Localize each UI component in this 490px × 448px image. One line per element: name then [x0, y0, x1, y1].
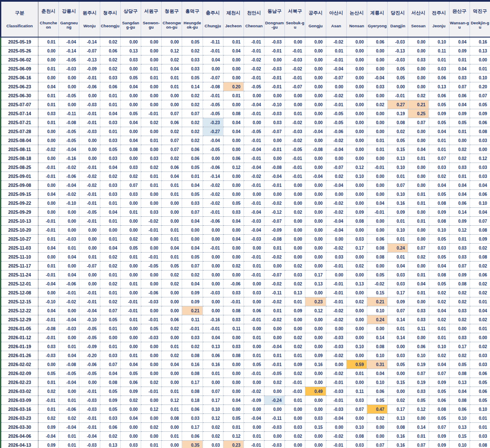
value-cell[interactable]: -0.01 [79, 190, 100, 199]
value-cell[interactable]: 0.00 [203, 378, 223, 387]
value-cell[interactable]: -0.14 [79, 37, 100, 47]
value-cell[interactable]: 0.12 [162, 47, 182, 55]
value-cell[interactable]: 0.24 [388, 244, 408, 253]
value-cell[interactable]: -0.03 [326, 405, 346, 414]
value-cell[interactable]: 0.06 [449, 405, 470, 414]
value-cell[interactable]: 0.15 [449, 432, 470, 441]
value-cell[interactable]: 0.00 [346, 91, 367, 100]
value-cell[interactable]: 0.59 [346, 360, 367, 369]
value-cell[interactable]: -0.01 [120, 297, 141, 306]
value-cell[interactable]: -0.01 [244, 109, 264, 118]
value-cell[interactable]: 0.00 [346, 154, 367, 163]
value-cell[interactable]: -0.01 [367, 208, 388, 217]
value-cell[interactable]: -0.05 [59, 91, 79, 100]
value-cell[interactable]: 0.04 [100, 109, 120, 118]
value-cell[interactable]: 0.10 [429, 342, 449, 351]
value-cell[interactable]: 0.00 [120, 226, 141, 235]
value-cell[interactable]: 0.01 [120, 208, 141, 217]
value-cell[interactable]: 0.02 [449, 145, 470, 154]
value-cell[interactable]: 0.02 [326, 172, 346, 181]
value-cell[interactable]: -0.01 [79, 387, 100, 396]
value-cell[interactable]: 0.02 [264, 378, 285, 387]
value-cell[interactable]: 0.00 [141, 82, 161, 91]
value-cell[interactable]: 0.00 [141, 414, 161, 423]
value-cell[interactable]: 0.00 [162, 208, 182, 217]
value-cell[interactable]: 0.15 [305, 423, 326, 432]
value-cell[interactable]: 0.03 [223, 315, 244, 324]
value-cell[interactable]: 0.00 [305, 199, 326, 208]
value-cell[interactable]: -0.10 [264, 100, 285, 109]
row-date[interactable]: 2025-11-24 [1, 271, 38, 279]
value-cell[interactable]: 0.01 [285, 109, 305, 118]
value-cell[interactable]: -0.02 [326, 315, 346, 324]
value-cell[interactable]: 0.01 [244, 262, 264, 271]
value-cell[interactable]: 0.00 [223, 387, 244, 396]
column-header-heungdeok-gu[interactable]: 흥덕구Heungdeok-gu [182, 2, 203, 37]
column-header-sangdang-gu[interactable]: 상당구Sangdang-gu [120, 2, 141, 37]
row-date[interactable]: 2026-02-02 [1, 360, 38, 369]
value-cell[interactable]: 0.01 [141, 181, 161, 190]
value-cell[interactable]: 0.00 [223, 181, 244, 190]
value-cell[interactable]: 0.00 [38, 360, 59, 369]
value-cell[interactable]: 0.02 [100, 297, 120, 306]
value-cell[interactable]: -0.04 [59, 378, 79, 387]
value-cell[interactable]: 0.07 [408, 369, 429, 378]
value-cell[interactable]: 0.00 [120, 37, 141, 47]
value-cell[interactable]: -0.01 [141, 226, 161, 235]
value-cell[interactable]: 0.00 [346, 55, 367, 64]
value-cell[interactable]: 0.10 [346, 172, 367, 181]
value-cell[interactable]: 0.12 [162, 396, 182, 405]
value-cell[interactable]: 0.08 [120, 145, 141, 154]
value-cell[interactable]: 0.04 [182, 279, 203, 288]
value-cell[interactable]: -0.02 [285, 118, 305, 127]
value-cell[interactable]: 0.05 [367, 396, 388, 405]
value-cell[interactable]: 0.12 [408, 405, 429, 414]
value-cell[interactable]: 0.01 [429, 55, 449, 64]
value-cell[interactable]: 0.00 [264, 262, 285, 271]
value-cell[interactable]: 0.00 [305, 226, 326, 235]
row-date[interactable]: 2025-12-01 [1, 279, 38, 288]
value-cell[interactable]: 0.08 [429, 217, 449, 226]
value-cell[interactable]: 0.09 [429, 441, 449, 448]
value-cell[interactable]: 0.00 [305, 47, 326, 55]
value-cell[interactable]: 0.02 [120, 396, 141, 405]
value-cell[interactable]: 0.00 [367, 262, 388, 271]
value-cell[interactable]: -0.03 [59, 64, 79, 73]
value-cell[interactable]: -0.03 [79, 405, 100, 414]
value-cell[interactable]: -0.07 [285, 82, 305, 91]
row-date[interactable]: 2025-08-25 [1, 163, 38, 172]
value-cell[interactable]: 0.16 [470, 37, 490, 47]
value-cell[interactable]: 0.00 [203, 271, 223, 279]
value-cell[interactable]: 0.00 [38, 154, 59, 163]
value-cell[interactable]: 0.01 [100, 100, 120, 109]
value-cell[interactable]: -0.09 [79, 64, 100, 73]
value-cell[interactable]: 0.01 [429, 145, 449, 154]
value-cell[interactable]: 0.05 [429, 414, 449, 423]
value-cell[interactable]: 0.04 [449, 37, 470, 47]
value-cell[interactable]: 0.08 [470, 253, 490, 262]
value-cell[interactable]: 0.00 [38, 208, 59, 217]
value-cell[interactable]: -0.04 [203, 136, 223, 145]
value-cell[interactable]: 0.02 [182, 47, 203, 55]
value-cell[interactable]: -0.04 [326, 226, 346, 235]
value-cell[interactable]: 0.01 [59, 342, 79, 351]
row-date[interactable]: 2026-03-30 [1, 423, 38, 432]
value-cell[interactable]: -0.02 [264, 253, 285, 262]
value-cell[interactable]: 0.04 [449, 181, 470, 190]
value-cell[interactable]: 0.19 [408, 360, 429, 369]
value-cell[interactable]: 0.00 [367, 423, 388, 432]
value-cell[interactable]: 0.00 [223, 360, 244, 369]
value-cell[interactable]: 0.06 [429, 73, 449, 82]
value-cell[interactable]: 0.06 [429, 91, 449, 100]
value-cell[interactable]: 0.00 [285, 253, 305, 262]
value-cell[interactable]: 0.04 [367, 199, 388, 208]
value-cell[interactable]: 0.00 [305, 190, 326, 199]
value-cell[interactable]: 0.00 [285, 199, 305, 208]
value-cell[interactable]: 0.01 [38, 91, 59, 100]
value-cell[interactable]: 0.00 [120, 405, 141, 414]
value-cell[interactable]: 0.03 [346, 235, 367, 244]
value-cell[interactable]: 0.01 [38, 64, 59, 73]
value-cell[interactable]: 0.14 [182, 82, 203, 91]
value-cell[interactable]: -0.02 [79, 172, 100, 181]
value-cell[interactable]: 0.09 [388, 297, 408, 306]
